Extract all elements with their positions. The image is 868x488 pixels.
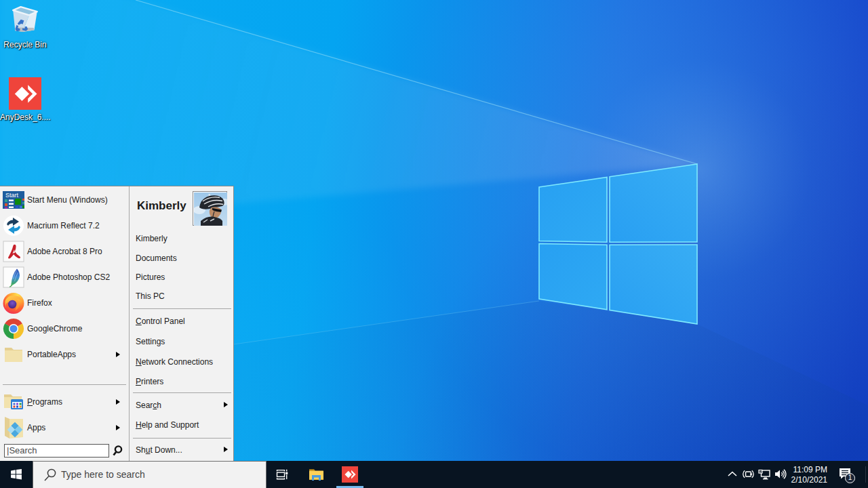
svg-text:Start: Start [5,192,19,199]
